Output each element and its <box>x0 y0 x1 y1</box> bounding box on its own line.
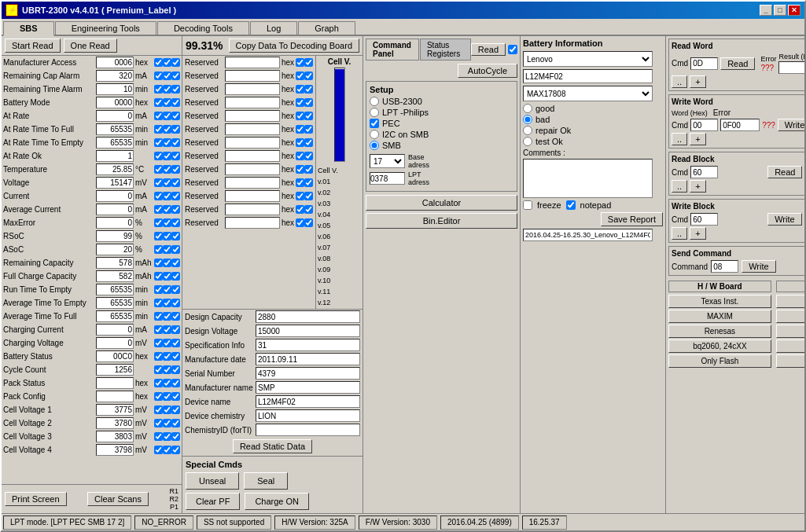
sbs-row-value-input[interactable] <box>96 230 134 242</box>
sbs-check[interactable] <box>163 339 171 347</box>
sbs-check[interactable] <box>171 272 180 281</box>
reserved-row-input[interactable] <box>225 137 280 149</box>
reserved-check[interactable] <box>304 165 313 174</box>
reserved-check[interactable] <box>296 58 304 67</box>
sbs-check[interactable] <box>163 285 171 294</box>
sbs-check[interactable] <box>154 432 163 441</box>
sbs-check[interactable] <box>171 85 180 94</box>
clear-pf-button[interactable]: Clear PF <box>186 493 240 510</box>
sbs-row-value-input[interactable] <box>96 97 134 108</box>
clear-scans-button[interactable]: Clear Scans <box>87 492 149 506</box>
bad-radio[interactable] <box>523 115 532 124</box>
write-word-minus-button[interactable]: .. <box>672 133 687 145</box>
reserved-row-input[interactable] <box>225 57 280 68</box>
smb-radio[interactable] <box>370 141 379 150</box>
repair-radio[interactable] <box>523 126 532 135</box>
sbs-check[interactable] <box>171 218 180 227</box>
sbs-check[interactable] <box>171 405 180 414</box>
sbs-check[interactable] <box>154 152 163 160</box>
sbs-check[interactable] <box>171 446 180 454</box>
sbs-check[interactable] <box>171 58 180 67</box>
sbs-row-value-input[interactable] <box>96 324 134 336</box>
comments-textarea[interactable] <box>523 159 653 198</box>
sbs-check[interactable] <box>171 152 180 160</box>
sbs-check[interactable] <box>154 365 163 374</box>
read-button[interactable]: Read <box>471 43 506 56</box>
tab-log[interactable]: Log <box>250 21 297 35</box>
sbs-row-value-input[interactable] <box>96 110 134 122</box>
write-block-plus-button[interactable]: + <box>690 227 705 240</box>
sbs-check[interactable] <box>171 379 180 387</box>
sbs-check[interactable] <box>154 72 163 80</box>
print-screen-button[interactable]: Print Screen <box>5 492 67 506</box>
reserved-check[interactable] <box>304 85 313 94</box>
sbs-check[interactable] <box>154 405 163 414</box>
read-block-minus-button[interactable]: .. <box>672 180 687 193</box>
sbs-check[interactable] <box>154 178 163 187</box>
log-input[interactable] <box>523 229 653 241</box>
sbs-row-value-input[interactable] <box>96 123 134 135</box>
chip-select[interactable]: MAX17808 <box>523 86 653 101</box>
sbs-check[interactable] <box>154 205 163 214</box>
sbs-check[interactable] <box>171 259 180 267</box>
sbs-check[interactable] <box>163 192 171 200</box>
reserved-row-input[interactable] <box>225 190 280 202</box>
read-block-cmd-input[interactable] <box>690 166 718 178</box>
sbs-check[interactable] <box>154 272 163 281</box>
sbs-check[interactable] <box>163 98 171 107</box>
hw-board-button[interactable]: Texas Inst. <box>668 295 771 308</box>
read-block-plus-button[interactable]: + <box>690 180 705 193</box>
sbs-check[interactable] <box>163 432 171 441</box>
tab-graph[interactable]: Graph <box>298 21 355 35</box>
sbs-check[interactable] <box>171 205 180 214</box>
static-row-input[interactable] <box>256 353 360 365</box>
sbs-check[interactable] <box>154 285 163 294</box>
sbs-check[interactable] <box>154 299 163 307</box>
static-row-input[interactable] <box>256 367 360 380</box>
send-command-write-button[interactable]: Write <box>742 260 775 273</box>
sbs-check[interactable] <box>163 312 171 321</box>
reserved-check[interactable] <box>304 152 313 160</box>
sbs-row-value-input[interactable] <box>96 377 134 389</box>
sbs-check[interactable] <box>163 58 171 67</box>
sbs-check[interactable] <box>154 165 163 174</box>
write-word-plus-button[interactable]: + <box>690 133 705 145</box>
sbs-check[interactable] <box>171 178 180 187</box>
sbs-check[interactable] <box>171 192 180 200</box>
sbs-check[interactable] <box>171 138 180 147</box>
sbs-check[interactable] <box>154 259 163 267</box>
lpt-addr-select[interactable]: 17 <box>370 154 405 168</box>
sbs-check[interactable] <box>163 205 171 214</box>
static-row-input[interactable] <box>256 339 360 351</box>
sbs-check[interactable] <box>171 165 180 174</box>
calculator-button[interactable]: Calculator <box>366 195 517 211</box>
sbs-check[interactable] <box>154 98 163 107</box>
sbs-check[interactable] <box>163 392 171 401</box>
sbs-check[interactable] <box>154 245 163 254</box>
reserved-check[interactable] <box>304 112 313 120</box>
freeze-checkbox[interactable] <box>523 200 532 210</box>
i2c-radio[interactable] <box>370 130 379 139</box>
sbs-check[interactable] <box>163 232 171 240</box>
sbs-row-value-input[interactable] <box>96 444 134 456</box>
sbs-check[interactable] <box>154 312 163 321</box>
sbs-check[interactable] <box>154 419 163 427</box>
sbs-check[interactable] <box>171 365 180 374</box>
one-read-button[interactable]: One Read <box>64 39 117 53</box>
static-row-input[interactable] <box>256 395 360 408</box>
reserved-row-input[interactable] <box>225 97 280 108</box>
sbs-check[interactable] <box>171 312 180 321</box>
sbs-check[interactable] <box>163 272 171 281</box>
sbs-check[interactable] <box>163 365 171 374</box>
sbs-check[interactable] <box>171 98 180 107</box>
sbs-check[interactable] <box>154 232 163 240</box>
sbs-row-value-input[interactable] <box>96 431 134 442</box>
reserved-check[interactable] <box>296 72 304 80</box>
sbs-check[interactable] <box>163 325 171 334</box>
sbs-check[interactable] <box>154 339 163 347</box>
reserved-check[interactable] <box>296 125 304 134</box>
reserved-row-input[interactable] <box>225 150 280 162</box>
write-block-minus-button[interactable]: .. <box>672 227 687 240</box>
reserved-row-input[interactable] <box>225 163 280 175</box>
sbs-check[interactable] <box>154 379 163 387</box>
